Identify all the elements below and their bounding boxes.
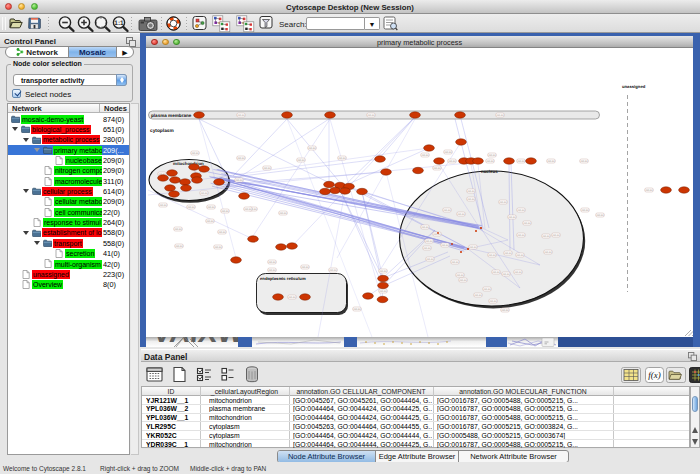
svg-text:GO:44: GO:44	[514, 271, 522, 274]
svg-text:GO:44: GO:44	[263, 167, 271, 170]
svg-text:GO:44: GO:44	[187, 206, 195, 209]
svg-text:GO:44: GO:44	[448, 160, 456, 163]
svg-text:GO:44: GO:44	[159, 204, 167, 207]
svg-text:f(x): f(x)	[648, 370, 661, 380]
svg-text:GO:44: GO:44	[235, 179, 243, 182]
svg-text:GO:44: GO:44	[517, 234, 525, 237]
svg-text:GO:44: GO:44	[279, 212, 287, 215]
svg-text:GO:44: GO:44	[214, 246, 222, 249]
svg-text:GO:44: GO:44	[469, 246, 477, 249]
svg-text:GO:44: GO:44	[504, 252, 512, 255]
svg-text:GO:44: GO:44	[175, 245, 183, 248]
svg-text:1:1: 1:1	[114, 19, 123, 27]
svg-text:GO:44: GO:44	[488, 254, 496, 257]
svg-text:GO:44: GO:44	[467, 190, 475, 193]
svg-text:GO:44: GO:44	[206, 220, 214, 223]
svg-text:GO:44: GO:44	[301, 266, 309, 269]
svg-text:GO:44: GO:44	[426, 258, 434, 261]
svg-text:GO:44: GO:44	[502, 273, 510, 276]
svg-text:GO:44: GO:44	[423, 247, 431, 250]
svg-text:GO:44: GO:44	[483, 288, 491, 291]
svg-text:GO:44: GO:44	[353, 308, 361, 311]
svg-text:GO:44: GO:44	[457, 213, 465, 216]
svg-text:GO:44: GO:44	[459, 279, 467, 282]
svg-text:GO:44: GO:44	[542, 235, 550, 238]
svg-text:GO:44: GO:44	[456, 274, 464, 277]
svg-text:mitochondrion: mitochondrion	[173, 161, 204, 166]
svg-text:nucleus: nucleus	[481, 169, 498, 174]
svg-text:GO:44: GO:44	[379, 290, 387, 293]
svg-text:GO:44: GO:44	[338, 157, 346, 160]
svg-text:GO:44: GO:44	[517, 209, 525, 212]
svg-text:GO:44: GO:44	[379, 270, 387, 273]
svg-text:GO:44: GO:44	[516, 254, 524, 257]
svg-text:GO:44: GO:44	[517, 160, 525, 163]
svg-text:GO:44: GO:44	[496, 114, 504, 117]
svg-text:GO:44: GO:44	[508, 216, 516, 219]
svg-text:GO:44: GO:44	[237, 157, 245, 160]
svg-text:GO:44: GO:44	[421, 154, 429, 157]
svg-text:GO:44: GO:44	[425, 240, 433, 243]
svg-text:GO:44: GO:44	[237, 114, 245, 117]
svg-text:GO:44: GO:44	[544, 251, 552, 254]
svg-text:GO:44: GO:44	[488, 154, 496, 157]
svg-text:GO:44: GO:44	[218, 231, 226, 234]
svg-text:cytoplasm: cytoplasm	[150, 128, 174, 134]
svg-text:GO:44: GO:44	[433, 167, 441, 170]
svg-text:endoplasmic reticulum: endoplasmic reticulum	[260, 276, 306, 281]
svg-text:GO:44: GO:44	[501, 309, 509, 312]
svg-text:GO:44: GO:44	[297, 159, 305, 162]
svg-text:GO:44: GO:44	[486, 160, 494, 163]
svg-text:GO:44: GO:44	[288, 296, 296, 299]
svg-text:GO:44: GO:44	[268, 261, 276, 264]
svg-text:plasma membrane: plasma membrane	[151, 113, 191, 118]
svg-text:GO:44: GO:44	[492, 271, 500, 274]
svg-text:unassigned: unassigned	[622, 84, 645, 89]
svg-text:GO:44: GO:44	[367, 114, 375, 117]
svg-text:GO:44: GO:44	[523, 222, 531, 225]
svg-text:GO:44: GO:44	[581, 209, 589, 212]
svg-text:GO:44: GO:44	[221, 210, 229, 213]
svg-text:GO:44: GO:44	[308, 147, 316, 150]
svg-text:GO:44: GO:44	[200, 192, 208, 195]
svg-text:GO:44: GO:44	[451, 261, 459, 264]
svg-text:GO:44: GO:44	[207, 206, 215, 209]
svg-text:GO:44: GO:44	[329, 269, 337, 272]
svg-text:GO:44: GO:44	[421, 226, 429, 229]
svg-text:GO:44: GO:44	[489, 300, 497, 303]
svg-text:GO:44: GO:44	[467, 198, 475, 201]
svg-text:GO:44: GO:44	[444, 151, 452, 154]
svg-text:GO:44: GO:44	[474, 294, 482, 297]
svg-text:GO:44: GO:44	[268, 269, 276, 272]
svg-text:GO:44: GO:44	[443, 209, 451, 212]
svg-text:GO:44: GO:44	[580, 160, 588, 163]
svg-text:GO:44: GO:44	[645, 189, 653, 192]
svg-text:GO:44: GO:44	[547, 160, 555, 163]
svg-text:GO:44: GO:44	[499, 201, 507, 204]
svg-text:GO:44: GO:44	[552, 234, 560, 237]
svg-text:GO:44: GO:44	[191, 152, 199, 155]
svg-text:GO:44: GO:44	[596, 214, 604, 217]
svg-text:GO:44: GO:44	[244, 208, 252, 211]
svg-text:GO:44: GO:44	[174, 228, 182, 231]
svg-text:GO:44: GO:44	[441, 244, 449, 247]
